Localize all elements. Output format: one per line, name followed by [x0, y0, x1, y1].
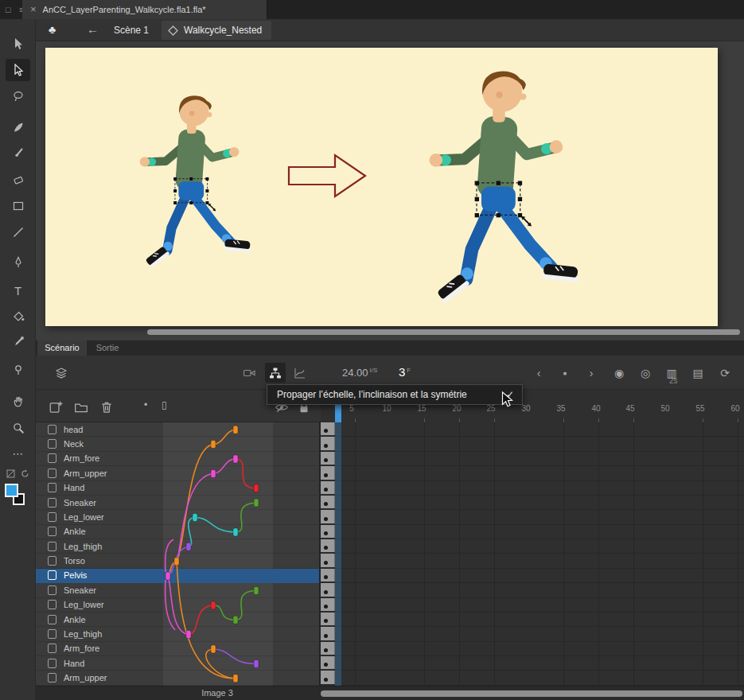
hand-tool[interactable] — [0, 391, 36, 413]
layers-panel-button[interactable] — [53, 365, 69, 381]
frame-cells[interactable] — [319, 598, 744, 612]
timeline-horizontal-scrollbar[interactable] — [321, 690, 742, 697]
frame-cells[interactable] — [319, 510, 744, 524]
loop-button[interactable]: ⟳ — [718, 365, 732, 381]
frame-cells[interactable] — [319, 452, 744, 466]
eraser-tool[interactable] — [0, 169, 36, 191]
asset-warp-tool[interactable] — [0, 359, 36, 381]
frame-cells[interactable] — [319, 554, 744, 568]
layer-row[interactable]: Arm_fore — [36, 642, 744, 656]
scale-arrow-shape[interactable] — [289, 155, 365, 196]
layer-row[interactable]: head — [36, 422, 744, 437]
snap-toggles[interactable] — [0, 462, 36, 484]
frame-cells[interactable] — [319, 466, 744, 480]
layer-row[interactable]: Leg_thigh — [36, 539, 744, 554]
frame-cells[interactable] — [319, 612, 744, 627]
layer-name: Leg_lower — [64, 512, 104, 522]
layer-parenting-button[interactable] — [265, 363, 286, 383]
frame-cells[interactable] — [319, 671, 744, 685]
layer-row[interactable]: Leg_lower — [36, 598, 744, 612]
frame-rate[interactable]: 24.00I/S — [342, 367, 377, 379]
layer-row[interactable]: Ankle — [36, 525, 744, 539]
onion-skin-button[interactable]: ◉ — [612, 365, 626, 381]
tab-output[interactable]: Sortie — [88, 340, 127, 356]
camera-icon — [243, 367, 256, 379]
classic-brush-tool[interactable] — [0, 142, 36, 165]
layer-row[interactable]: Hand — [36, 656, 744, 671]
ruler-tick: 20 — [447, 404, 466, 413]
step-back-button[interactable]: ‹ — [532, 365, 546, 381]
current-frame-status: Image 3 — [185, 688, 249, 698]
marker-range-button[interactable]: ▤ — [691, 365, 705, 381]
fluid-brush-tool[interactable] — [0, 116, 36, 138]
playhead-column[interactable] — [335, 422, 342, 686]
layer-row[interactable]: Sneaker — [36, 496, 744, 510]
character-large[interactable] — [430, 71, 580, 303]
layer-row[interactable]: Arm_upper — [36, 466, 744, 480]
frame-span — [321, 525, 335, 538]
blank-keyframe-toggle[interactable]: ▯ — [162, 399, 167, 410]
layer-row-selected[interactable]: Pelvis — [36, 569, 744, 583]
layer-row[interactable]: Neck — [36, 437, 744, 451]
symbol-library-icon[interactable]: ♣ — [49, 23, 56, 36]
more-tools-button[interactable]: ⋯ — [0, 442, 36, 465]
graph-editor-button[interactable] — [292, 365, 308, 381]
pen-tool[interactable] — [0, 251, 36, 274]
frame-cells[interactable] — [319, 422, 744, 437]
current-frame[interactable]: 3F — [399, 365, 411, 379]
layer-row[interactable]: Ankle — [36, 612, 744, 627]
paint-bucket-tool[interactable] — [0, 305, 36, 328]
camera-button[interactable] — [241, 365, 257, 381]
text-tool[interactable]: T — [0, 279, 36, 301]
text-tool-icon: T — [14, 284, 21, 298]
step-forward-button[interactable]: › — [584, 365, 598, 381]
propagate-scale-menu-item[interactable]: Propager l’échelle, l’inclinaison et la … — [267, 384, 523, 405]
frame-cells[interactable] — [319, 481, 744, 496]
stop-button[interactable]: ▪ — [558, 365, 572, 381]
playhead[interactable] — [335, 403, 342, 422]
eyedropper-tool[interactable] — [0, 331, 36, 353]
frame-cells[interactable] — [319, 525, 744, 539]
frame-cells[interactable] — [319, 437, 744, 451]
rectangle-tool[interactable] — [0, 195, 36, 217]
layer-icon — [48, 498, 56, 508]
layer-row[interactable]: Leg_thigh — [36, 627, 744, 641]
frame-cells[interactable] — [319, 656, 744, 671]
frame-span — [321, 422, 335, 435]
character-small[interactable] — [140, 95, 252, 268]
close-icon[interactable]: × — [30, 0, 37, 19]
breadcrumb-scene[interactable]: Scène 1 — [114, 25, 149, 36]
panel-collapse-icon[interactable]: □ — [6, 2, 11, 17]
new-folder-button[interactable] — [74, 400, 88, 414]
line-tool[interactable] — [0, 221, 36, 243]
onion-skin-outline-button[interactable]: ◎ — [638, 365, 652, 381]
layer-row[interactable]: Leg_lower — [36, 510, 744, 524]
frame-cells[interactable] — [319, 583, 744, 597]
layer-row[interactable]: Arm_upper — [36, 671, 744, 685]
subselection-tool[interactable] — [6, 59, 30, 81]
frame-cells[interactable] — [319, 539, 744, 554]
selection-tool[interactable] — [0, 33, 36, 55]
frame-cells[interactable] — [319, 627, 744, 641]
layer-row[interactable]: Hand — [36, 481, 744, 496]
zoom-tool[interactable] — [0, 417, 36, 439]
back-arrow-icon[interactable]: ← — [87, 22, 99, 36]
delete-layer-button[interactable] — [99, 400, 114, 414]
keyframe-toggle[interactable]: • — [144, 399, 147, 410]
document-tab[interactable]: × AnCC_LayerParenting_Walkcycle.fla1.fla… — [22, 0, 267, 19]
new-layer-button[interactable] — [49, 400, 63, 414]
frame-cells[interactable] — [319, 642, 744, 656]
fill-color-swatch[interactable] — [5, 484, 18, 497]
stage-canvas[interactable] — [45, 48, 718, 326]
breadcrumb-symbol[interactable]: Walkcycle_Nested — [162, 21, 271, 40]
layer-row[interactable]: Sneaker — [36, 583, 744, 597]
hand-icon — [12, 395, 25, 408]
stage-horizontal-scrollbar[interactable] — [147, 329, 740, 335]
layer-row[interactable]: Torso — [36, 554, 744, 568]
tab-scenario[interactable]: Scénario — [37, 340, 87, 356]
lasso-tool[interactable] — [0, 85, 36, 107]
frame-cells[interactable] — [319, 496, 744, 510]
layer-icon — [48, 439, 56, 449]
layer-row[interactable]: Arm_fore — [36, 452, 744, 466]
frame-cells[interactable] — [319, 569, 744, 583]
